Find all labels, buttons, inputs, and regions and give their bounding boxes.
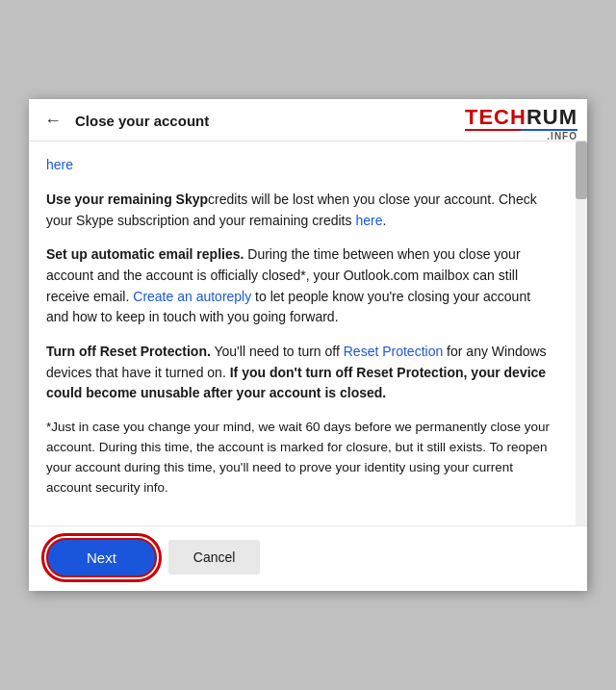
title-bar: ← Close your account TECHRUM .INFO bbox=[29, 99, 587, 141]
asterisk-note-para: *Just in case you change your mind, we w… bbox=[46, 418, 556, 498]
cancel-button[interactable]: Cancel bbox=[168, 540, 261, 575]
autoreply-para: Set up automatic email replies. During t… bbox=[46, 244, 556, 328]
content-area: here Use your remaining Skypcredits will… bbox=[29, 141, 587, 525]
autoreply-link[interactable]: Create an autoreply bbox=[133, 289, 251, 304]
skype-credits-end: . bbox=[382, 213, 386, 228]
reset-body1: You'll need to turn off bbox=[211, 344, 344, 359]
footer-actions: Next Cancel bbox=[29, 525, 587, 591]
dialog-title: Close your account bbox=[75, 113, 209, 129]
watermark: TECHRUM .INFO bbox=[465, 107, 578, 141]
content-inner: here Use your remaining Skypcredits will… bbox=[46, 155, 570, 498]
skype-here-link[interactable]: here bbox=[355, 213, 382, 228]
reset-protection-para: Turn off Reset Protection. You'll need t… bbox=[46, 342, 556, 404]
back-arrow-icon[interactable]: ← bbox=[44, 111, 62, 131]
reset-protection-link[interactable]: Reset Protection bbox=[344, 344, 444, 359]
scrollbar-thumb[interactable] bbox=[576, 141, 587, 199]
dialog-window: ← Close your account TECHRUM .INFO here … bbox=[29, 99, 587, 591]
skype-credits-para: Use your remaining Skypcredits will be l… bbox=[46, 190, 556, 231]
skype-credits-bold: Use your remaining Skyp bbox=[46, 192, 208, 207]
watermark-techrum: TECHRUM bbox=[465, 107, 578, 128]
top-here-link[interactable]: here bbox=[46, 157, 73, 172]
top-partial-para: here bbox=[46, 155, 556, 176]
autoreply-bold: Set up automatic email replies. bbox=[46, 246, 244, 262]
watermark-info: .INFO bbox=[547, 132, 578, 141]
next-button[interactable]: Next bbox=[46, 538, 157, 577]
reset-protection-bold: Turn off Reset Protection. bbox=[46, 344, 211, 359]
scrollbar-track[interactable] bbox=[576, 141, 587, 525]
